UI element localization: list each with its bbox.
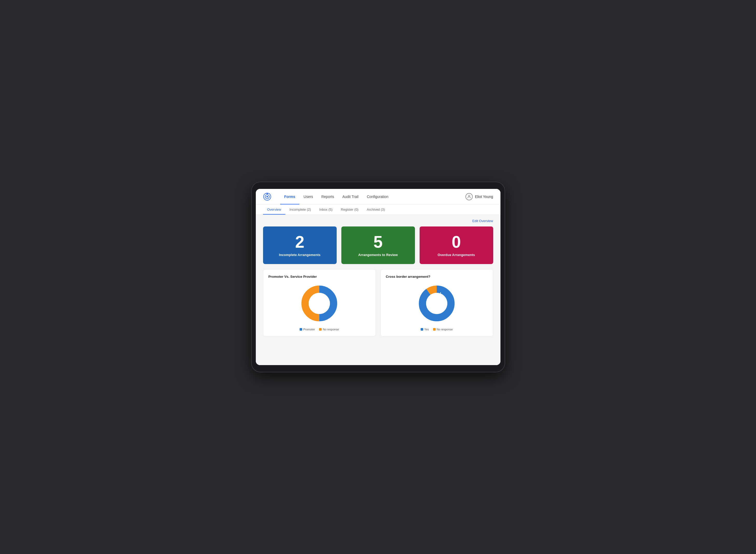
legend-label-noresponse-1: No response [323,328,339,331]
nav-item-forms[interactable]: Forms [280,189,300,205]
svg-point-3 [266,193,268,194]
svg-point-4 [468,195,470,197]
sub-tab-overview[interactable]: Overview [263,205,285,215]
stat-label-review: Arrangements to Review [358,253,397,257]
nav-item-audit-trail[interactable]: Audit Trail [338,189,363,205]
chart-panels: Promoter Vs. Service Provider 5 [263,269,493,336]
donut-promoter: 5 5 [299,283,340,324]
stat-label-overdue: Overdue Arrangements [437,253,475,257]
legend-label-noresponse-2: No response [437,328,453,331]
legend-item-noresponse-2: No response [433,328,453,331]
stat-number-overdue: 0 [452,234,461,250]
svg-point-2 [266,196,268,198]
tablet-frame: Forms Users Reports Audit Trail Configur… [251,182,505,372]
user-name: Eliot Young [475,195,493,199]
svg-text:5: 5 [325,302,327,305]
stat-card-review[interactable]: 5 Arrangements to Review [341,226,415,264]
edit-overview-row: Edit Overview [263,219,493,223]
nav-item-reports[interactable]: Reports [317,189,338,205]
legend-dot-orange-1 [319,328,322,331]
chart-panel-crossborder: Cross border arrangement? 9 1 [380,269,493,336]
chart-title-crossborder: Cross border arrangement? [386,275,488,279]
sub-tab-register[interactable]: Register (0) [337,205,363,215]
nav-item-configuration[interactable]: Configuration [363,189,392,205]
donut-svg-promoter: 5 5 [299,283,340,324]
donut-crossborder: 9 1 [416,283,457,324]
sub-tab-archived[interactable]: Archived (3) [363,205,389,215]
legend-item-yes: Yes [421,328,429,331]
svg-text:1: 1 [440,292,441,295]
main-content: Edit Overview 2 Incomplete Arrangements … [256,215,500,365]
sub-tab-inbox[interactable]: Inbox (5) [315,205,337,215]
stat-cards: 2 Incomplete Arrangements 5 Arrangements… [263,226,493,264]
legend-dot-blue-2 [421,328,423,331]
legend-item-noresponse-1: No response [319,328,339,331]
sub-tabs: Overview Incomplete (2) Inbox (5) Regist… [256,205,500,215]
edit-overview-link[interactable]: Edit Overview [472,219,493,223]
stat-card-overdue[interactable]: 0 Overdue Arrangements [420,226,493,264]
nav-item-users[interactable]: Users [299,189,317,205]
chart-area-promoter: 5 5 Promoter No response [269,283,370,331]
svg-text:5: 5 [312,302,314,305]
donut-svg-crossborder: 9 1 [416,283,457,324]
chart-legend-crossborder: Yes No response [421,328,453,331]
legend-item-promoter: Promoter [300,328,315,331]
legend-dot-orange-2 [433,328,436,331]
legend-label-promoter: Promoter [303,328,315,331]
stat-card-incomplete[interactable]: 2 Incomplete Arrangements [263,226,337,264]
user-avatar-icon [466,193,473,200]
nav-links: Forms Users Reports Audit Trail Configur… [280,189,466,205]
chart-legend-promoter: Promoter No response [300,328,339,331]
svg-text:9: 9 [436,309,437,312]
chart-panel-promoter: Promoter Vs. Service Provider 5 [263,269,376,336]
stat-label-incomplete: Incomplete Arrangements [279,253,321,257]
chart-area-crossborder: 9 1 Yes No response [386,283,488,331]
legend-label-yes: Yes [424,328,429,331]
stat-number-review: 5 [373,234,383,250]
chart-title-promoter: Promoter Vs. Service Provider [269,275,370,279]
logo-area [263,192,274,201]
user-area: Eliot Young [466,193,493,200]
top-nav: Forms Users Reports Audit Trail Configur… [256,189,500,205]
stat-number-incomplete: 2 [295,234,305,250]
tablet-screen: Forms Users Reports Audit Trail Configur… [256,189,500,365]
app-logo-icon [263,192,271,201]
sub-tab-incomplete[interactable]: Incomplete (2) [285,205,315,215]
legend-dot-blue [300,328,302,331]
